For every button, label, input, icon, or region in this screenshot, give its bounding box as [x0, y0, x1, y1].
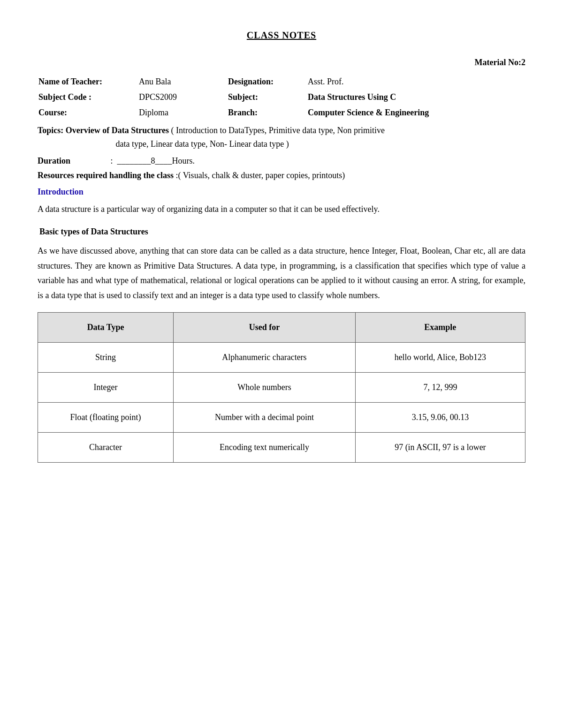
course-row: Course: Diploma Branch: Computer Science…: [38, 105, 525, 120]
duration-separator: :: [73, 156, 115, 165]
cell-data-type: Integer: [38, 373, 174, 403]
branch-label: Branch:: [228, 105, 303, 120]
topics-bold: Topics: Overview of Data Structures: [38, 126, 169, 135]
basic-types-para: As we have discussed above, anything tha…: [38, 244, 525, 303]
subject-label: Subject:: [228, 90, 303, 105]
material-no: Material No:2: [38, 56, 525, 69]
cell-data-type: Float (floating point): [38, 403, 174, 433]
table-row: CharacterEncoding text numerically97 (in…: [38, 433, 525, 463]
cell-example: 97 (in ASCII, 97 is a lower: [355, 433, 525, 463]
cell-data-type: Character: [38, 433, 174, 463]
introduction-para: A data structure is a particular way of …: [38, 202, 525, 217]
table-row: IntegerWhole numbers7, 12, 999: [38, 373, 525, 403]
table-header-row: Data Type Used for Example: [38, 313, 525, 343]
cell-data-type: String: [38, 343, 174, 373]
introduction-heading: Introduction: [38, 186, 525, 198]
resources-rest: :( Visuals, chalk & duster, paper copies…: [176, 171, 345, 180]
page-title: CLASS NOTES: [38, 28, 525, 42]
subject-code-label: Subject Code :: [38, 90, 132, 105]
cell-used-for: Whole numbers: [174, 373, 356, 403]
subject-code-value: DPCS2009: [133, 90, 227, 105]
col-header-example: Example: [355, 313, 525, 343]
cell-example: hello world, Alice, Bob123: [355, 343, 525, 373]
col-header-data-type: Data Type: [38, 313, 174, 343]
data-type-table: Data Type Used for Example StringAlphanu…: [38, 312, 525, 463]
branch-value: Computer Science & Engineering: [304, 105, 525, 120]
course-label: Course:: [38, 105, 132, 120]
col-header-used-for: Used for: [174, 313, 356, 343]
cell-used-for: Alphanumeric characters: [174, 343, 356, 373]
subject-value: Data Structures Using C: [304, 90, 525, 105]
resources-line: Resources required handling the class :(…: [38, 169, 525, 182]
course-value: Diploma: [133, 105, 227, 120]
cell-example: 3.15, 9.06, 00.13: [355, 403, 525, 433]
designation-value: Asst. Prof.: [304, 75, 525, 89]
teacher-label: Name of Teacher:: [38, 75, 132, 89]
designation-label: Designation:: [228, 75, 303, 89]
cell-used-for: Encoding text numerically: [174, 433, 356, 463]
basic-types-heading: Basic types of Data Structures: [38, 225, 525, 238]
topics-line: Topics: Overview of Data Structures ( In…: [38, 124, 525, 151]
teacher-value: Anu Bala: [133, 75, 227, 89]
duration-value: ________8____Hours.: [117, 156, 195, 165]
cell-example: 7, 12, 999: [355, 373, 525, 403]
teacher-row: Name of Teacher: Anu Bala Designation: A…: [38, 75, 525, 89]
table-row: Float (floating point)Number with a deci…: [38, 403, 525, 433]
duration-label: Duration: [38, 156, 70, 165]
header-info-table: Name of Teacher: Anu Bala Designation: A…: [38, 74, 525, 121]
table-row: StringAlphanumeric charactershello world…: [38, 343, 525, 373]
subject-code-row: Subject Code : DPCS2009 Subject: Data St…: [38, 90, 525, 105]
duration-line: Duration : ________8____Hours.: [38, 155, 525, 167]
cell-used-for: Number with a decimal point: [174, 403, 356, 433]
resources-bold: Resources required handling the class: [38, 171, 174, 180]
